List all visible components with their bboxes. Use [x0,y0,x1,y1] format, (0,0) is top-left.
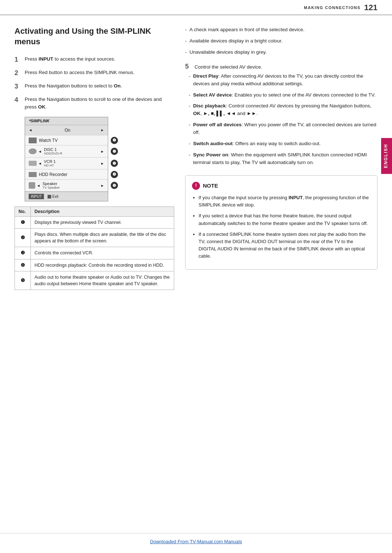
circle-5: ❺ [111,182,118,189]
tv-icon [29,138,37,143]
simplink-ui-mockup: ᵉSIMPLINK ◄ On ► Watch TV ❶ ◄ DISC 1HDD/… [25,117,108,201]
page-title: Activating and Using the SIM-PLINK menus [15,26,174,47]
left-arrow-speaker: ◄ [37,184,40,188]
table-row: ❺Audio out to home theatre speaker or Au… [15,271,174,290]
right-arrow-speaker: ► [101,184,104,188]
circle-1: ❶ [111,137,118,144]
note-header: ! NOTE [192,181,371,190]
input-button: INPUT [29,194,44,199]
step-5-intro: Control the selected AV device. [195,64,262,71]
left-arrow-disc: ◄ [38,149,42,153]
step-1: 1 Press INPUT to access the input source… [15,56,174,65]
left-arrow-vcr: ◄ [38,161,42,165]
vcr-icon [29,161,37,166]
simplink-footer: INPUT Exit [25,192,108,201]
table-row: ❷Plays discs. When multiple discs are av… [15,229,174,247]
main-content: Activating and Using the SIM-PLINK menus… [0,15,392,297]
table-row: ❶Displays the previously viewed TV chann… [15,217,174,229]
language-tab: ENGLISH [381,138,392,174]
steps-list: 1 Press INPUT to access the input source… [15,56,174,111]
note-bullet-2: If you select a device that has the home… [199,212,371,227]
table-cell-desc: Displays the previously viewed TV channe… [31,217,174,229]
table-cell-desc: Controls the connected VCR. [31,247,174,259]
note-bullet-1: If you change the input source by pressi… [199,194,371,209]
bullet-power-off: Power off all devices: When you power of… [189,121,377,136]
simplink-row-disc1: ◄ DISC 1HDD/DVD-R ► ❷ [25,146,108,157]
watch-tv-label: Watch TV [39,138,104,143]
simplink-row-watchtv: Watch TV ❶ [25,135,108,146]
simplink-row-speaker: ◄ SpeakerTV Speaker ► ❺ [25,180,108,192]
bullet-disc-playback: Disc playback: Control connected AV devi… [189,102,377,118]
bullet-sync-power: Sync Power on: When the equipment with S… [189,151,377,167]
speaker-icon [29,182,35,189]
right-arrow-icon: ► [101,128,104,132]
note-title: NOTE [203,181,218,190]
circle-3: ❸ [111,160,118,167]
note-icon: ! [192,182,200,190]
circle-2: ❷ [111,148,118,155]
table-row: ❹HDD recordings playback: Controls the r… [15,259,174,271]
page-number: 121 [364,3,377,12]
intro-bullets: A check mark appears in front of the sel… [185,26,377,56]
bullet-direct-play: Direct Play: After connecting AV devices… [189,73,377,88]
bullet-select-av: Select AV device: Enables you to select … [189,91,377,99]
bullet-grey: Unavailable devices display in grey. [185,49,377,56]
simplink-row-hdd: HDD Recorder ❹ [25,169,108,180]
left-arrow-icon: ◄ [29,128,32,132]
note-bullet-3: If a connected SIMPLINK home theatre sys… [199,231,371,260]
table-cell-desc: HDD recordings playback: Controls the re… [31,259,174,271]
right-arrow-vcr: ► [101,161,104,165]
simplink-row-vcr1: ◄ VCR 1HD HT ► ❸ [25,157,108,169]
table-cell-num: ❶ [15,217,31,229]
exit-button: Exit [48,194,58,199]
table-col-no: No. [15,207,31,217]
step-5-num: 5 [185,63,192,71]
hdd-label: HDD Recorder [39,172,104,177]
footer-link[interactable]: Downloaded From TV-Manual.com Manuals [150,539,242,544]
bullet-checkmark: A check mark appears in front of the sel… [185,26,377,34]
table-col-desc: Description [31,207,174,217]
table-row: ❸Controls the connected VCR. [15,247,174,259]
speaker-label: SpeakerTV Speaker [42,181,101,189]
table-cell-num: ❷ [15,229,31,247]
circle-4: ❹ [111,171,118,178]
bullet-switch-audio: Switch audio-out: Offers an easy way to … [189,140,377,148]
table-cell-num: ❸ [15,247,31,259]
simplink-logo: ᵉSIMPLINK [29,119,50,123]
description-table: No. Description ❶Displays the previously… [15,206,174,290]
step-5-section: 5 Control the selected AV device. Direct… [185,64,377,167]
table-cell-num: ❹ [15,259,31,271]
bullet-bright: Available devices display in a bright co… [185,37,377,45]
table-cell-desc: Plays discs. When multiple discs are ava… [31,229,174,247]
right-arrow-disc: ► [101,149,104,153]
on-label: On [34,128,101,133]
disc-icon [29,148,37,154]
right-column: A check mark appears in front of the sel… [185,26,377,290]
note-box: ! NOTE If you change the input source by… [185,175,377,270]
table-cell-desc: Audio out to home theatre speaker or Aud… [31,271,174,290]
step-4: 4 Press the Navigation buttons to scroll… [15,96,174,111]
step-2: 2 Press Red button to access the SIMPLIN… [15,69,174,78]
note-bullets: If you change the input source by pressi… [192,194,371,260]
hdd-icon [29,172,37,177]
footer-link-area: Downloaded From TV-Manual.com Manuals [0,533,392,549]
left-column: Activating and Using the SIM-PLINK menus… [15,26,174,290]
step-3: 3 Press the Navigation buttons to select… [15,82,174,91]
table-cell-num: ❺ [15,271,31,290]
page-header: MAKING CONNECTIONS 121 [0,0,392,15]
disc1-label: DISC 1HDD/DVD-R [44,147,101,155]
simplink-row-on: ◄ On ► [25,125,108,135]
step-5-bullets: Direct Play: After connecting AV devices… [189,73,377,167]
vcr1-label: VCR 1HD HT [44,159,101,167]
simplink-header: ᵉSIMPLINK [25,117,108,125]
section-label: MAKING CONNECTIONS [304,5,360,10]
